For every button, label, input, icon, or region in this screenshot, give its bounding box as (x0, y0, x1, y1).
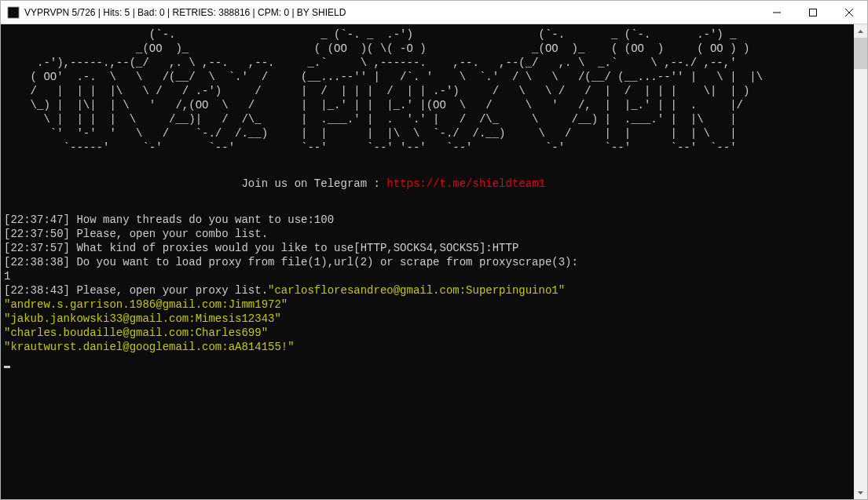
hit-entry: "charles.boudaille@gmail.com:Charles699" (4, 326, 851, 340)
hit-entry: "andrew.s.garrison.1986@gmail.com:Jimm19… (4, 297, 851, 312)
titlebar: VYPRVPN 5/726 | Hits: 5 | Bad: 0 | RETRI… (1, 1, 867, 24)
log-line: [22:37:50] Please, open your combo list. (4, 227, 851, 241)
hit-entry: "krautwurst.daniel@googlemail.com:aA8141… (4, 340, 851, 354)
close-button[interactable] (831, 1, 867, 24)
chevron-down-icon (858, 491, 863, 495)
user-input: 1 (4, 269, 851, 283)
close-icon (845, 9, 853, 16)
window-controls (759, 1, 867, 24)
chevron-up-icon (858, 30, 863, 33)
svg-marker-7 (858, 491, 863, 495)
svg-rect-1 (9, 9, 17, 16)
scrollbar-down-button[interactable] (854, 486, 867, 499)
telegram-line: Join us on Telegram : https://t.me/shiel… (4, 177, 851, 191)
log-line: [22:38:43] Please, open your proxy list.… (4, 283, 851, 297)
svg-marker-6 (858, 30, 863, 33)
minimize-icon (773, 9, 781, 16)
app-window: VYPRVPN 5/726 | Hits: 5 | Bad: 0 | RETRI… (0, 0, 868, 500)
telegram-prefix (4, 177, 241, 190)
hit-entry: "jakub.jankowski33@gmail.com:Mimesis1234… (4, 312, 851, 326)
ascii-logo: (`-. _ (`-. _ .-') (`-. _ (`-. .-') _ _(… (4, 27, 851, 155)
scrollbar-up-button[interactable] (854, 24, 867, 38)
log-line: [22:37:47] How many threads do you want … (4, 213, 851, 227)
app-icon (7, 6, 20, 19)
hit-entry: "carlosfloresandreo@gmail.com:Superpingu… (268, 284, 565, 297)
telegram-link[interactable]: https://t.me/shieldteam1 (386, 177, 545, 190)
maximize-button[interactable] (795, 1, 831, 24)
log-line: [22:38:38] Do you want to load proxy fro… (4, 255, 851, 269)
cursor (4, 366, 10, 368)
content-area: (`-. _ (`-. _ .-') (`-. _ (`-. .-') _ _(… (1, 24, 867, 499)
console-output[interactable]: (`-. _ (`-. _ .-') (`-. _ (`-. .-') _ _(… (1, 24, 854, 499)
maximize-icon (809, 9, 817, 16)
vertical-scrollbar[interactable] (854, 24, 867, 499)
minimize-button[interactable] (759, 1, 795, 24)
telegram-label: Join us on Telegram : (241, 177, 386, 190)
scrollbar-thumb[interactable] (854, 38, 867, 69)
log-line: [22:37:57] What kind of proxies would yo… (4, 241, 851, 255)
svg-rect-3 (810, 9, 817, 16)
window-title: VYPRVPN 5/726 | Hits: 5 | Bad: 0 | RETRI… (24, 7, 759, 18)
